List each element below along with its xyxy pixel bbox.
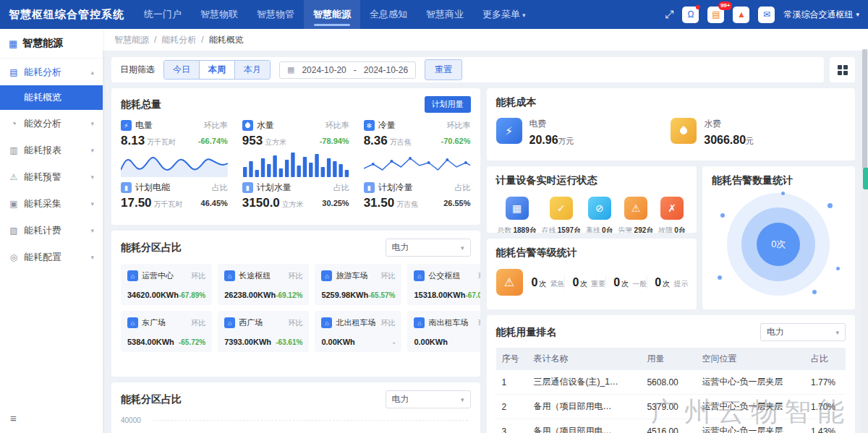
alarm-bubble-chart: 0次 [712,190,846,299]
plan-cooling-icon: ▮ [364,182,375,193]
nav-item-energy[interactable]: 智慧能源 [304,0,360,29]
water-icon [242,120,253,131]
electricity-trend-sparkline [121,151,228,177]
sidebar-item-efficiency-analysis[interactable]: ◔ 能效分析 ▾ [0,110,103,137]
layout-config-button[interactable] [830,57,855,82]
zone-tile: ⌂南出租车场环比 0.00KWh- [407,311,480,352]
alarm-level-general: 0次一般 [605,276,647,289]
ranking-card: 能耗用量排名 电力▾ 序号 表计名称 用量 空间位置 占比 [487,315,856,433]
tab-this-month[interactable]: 本月 [235,61,270,79]
bell-icon: Ω [687,9,694,20]
date-start-value[interactable]: 2024-10-20 [302,65,346,75]
scrollbar-thumb[interactable] [862,49,867,169]
alarm-level-icon: ⚠ [496,269,523,296]
chevron-down-icon: ▾ [90,227,94,234]
device-alarm-icon: ⚠ [624,197,647,220]
nav-item-property[interactable]: 智慧物管 [247,0,304,29]
energy-type-select[interactable]: 电力▾ [760,323,846,341]
nav-item-iot[interactable]: 智慧物联 [191,0,247,29]
date-range-segment: 今日 本周 本月 [163,60,271,80]
chevron-down-icon: ▾ [856,11,859,18]
collection-icon: ▣ [9,199,19,209]
chevron-down-icon: ▾ [835,329,839,336]
todo-icon: ▤ [712,9,720,20]
breadcrumb-item[interactable]: 能耗分析 [161,34,196,46]
date-range-picker[interactable]: ▦ 2024-10-20 - 2024-10-26 [279,61,416,79]
message-button[interactable]: ✉ [758,7,775,23]
device-stat-offline: ⊘ 离线0台 [586,197,613,233]
zone-tile: ⌂西广场环比 7393.00KWh-63.61% [218,311,309,352]
nav-item-holo[interactable]: 全息感知 [360,0,417,29]
zone-chart-card: 能耗分区占比 电力▾ 40000 30000 [111,382,480,433]
nav-item-business[interactable]: 智慧商业 [417,0,473,29]
notification-bell-button[interactable]: Ω [682,7,699,23]
chevron-down-icon: ▾ [90,254,94,261]
tab-today[interactable]: 今日 [164,61,200,79]
alarm-level-important: 0次重要 [564,276,605,289]
y-axis-tick: 40000 [121,416,141,424]
card-title: 计量设备实时运行状态 [496,174,597,187]
app-title: 智慧枢纽综合管控系统 [9,8,124,22]
date-end-value[interactable]: 2024-10-26 [364,65,408,75]
efficiency-icon: ◔ [9,119,19,129]
alert-icon: ▲ [737,9,746,20]
zone-icon: ⌂ [414,317,425,328]
card-title: 能耗分区占比 [121,241,182,254]
sidebar-item-energy-warning[interactable]: ⚠ 能耗预警 ▾ [0,163,103,190]
energy-type-select[interactable]: 电力▾ [386,390,471,408]
card-title: 能耗成本 [496,96,537,109]
electricity-cost: ⚡ 电费 20.96万元 [496,118,671,147]
zone-icon: ⌂ [224,270,235,281]
sidebar-item-energy-collection[interactable]: ▣ 能耗采集 ▾ [0,190,103,217]
sidebar-title: ▦ 智慧能源 [0,29,103,59]
zone-icon: ⌂ [224,317,235,328]
todo-button[interactable]: ▤99+ [707,7,724,23]
zone-tile: ⌂长途枢纽环比 26238.00KWh-69.12% [218,264,309,305]
report-icon: ▥ [9,145,19,155]
zone-bar-chart: 40000 30000 [121,416,471,433]
zone-icon: ⌂ [414,270,425,281]
sidebar-item-energy-config[interactable]: ◎ 能耗配置 ▾ [0,244,103,270]
device-fault-icon: ✗ [660,197,684,220]
station-label: 常溪综合交通枢纽 [783,9,853,21]
date-separator: - [354,65,357,75]
station-selector[interactable]: 常溪综合交通枢纽▾ [783,9,859,21]
energy-cost-card: 能耗成本 ⚡ 电费 20.96万元 [487,88,856,160]
energy-total-card: 能耗总量 计划用量 ⚡电量 环比率 8.13万千瓦 [111,88,480,225]
side-widget-handle[interactable] [863,168,868,189]
nav-item-more-menu[interactable]: 更多菜单▾ [473,0,535,29]
sidebar-item-energy-report[interactable]: ▥ 能耗报表 ▾ [0,137,103,163]
alert-button[interactable]: ▲ [733,7,749,23]
cooling-trend-sparkline [364,151,471,177]
date-filter-bar: 日期筛选 今日 本周 本月 ▦ 2024-10-20 - 2024-10-26 … [111,57,824,82]
reset-button[interactable]: 重置 [425,59,462,80]
sidebar-collapse-button[interactable]: ≡ [10,412,17,424]
main-nav: 统一门户 智慧物联 智慧物管 智慧能源 全息感知 智慧商业 更多菜单▾ [135,0,535,29]
tab-this-week[interactable]: 本周 [200,61,235,79]
zone-tile: ⌂北出租车场环比 0.00KWh- [315,311,401,352]
count-badge: 99+ [718,1,733,10]
zone-icon: ⌂ [127,270,138,281]
breadcrumb-item[interactable]: 智慧能源 [114,34,149,46]
col-header: 用量 [641,348,696,370]
table-row: 1三层通信设备(主)_1…5608.00运营中心-负一层夹层1.77% [496,370,846,395]
zone-icon: ⌂ [127,317,138,328]
fullscreen-icon[interactable]: ⤢ [665,8,673,21]
sidebar-item-energy-billing[interactable]: ▧ 能耗计费 ▾ [0,217,103,244]
nav-item-portal[interactable]: 统一门户 [135,0,191,29]
sidebar-item-energy-analysis[interactable]: ▤ 能耗分析 ▴ [0,59,103,85]
card-title: 能耗总量 [121,98,161,111]
page-scroll-area: 日期筛选 今日 本周 本月 ▦ 2024-10-20 - 2024-10-26 … [103,51,868,433]
breadcrumb-current: 能耗概览 [209,34,244,46]
zone-tile: ⌂东广场环比 5384.00KWh-65.72% [121,311,212,352]
breadcrumb-separator: / [154,35,156,45]
zone-tile: ⌂运营中心环比 34620.00KWh-67.89% [121,264,212,305]
alarm-count-card: 能耗告警数量统计 0次 [702,166,855,309]
planned-usage-button[interactable]: 计划用量 [425,96,471,113]
sidebar-item-energy-overview[interactable]: 能耗概览 [0,85,103,110]
plan-water-icon: ▮ [242,182,253,193]
warning-icon: ⚠ [9,172,19,182]
zone-icon: ⌂ [321,317,332,328]
alarm-level-critical: 0次紧急 [532,276,565,289]
energy-type-select[interactable]: 电力▾ [386,239,471,257]
